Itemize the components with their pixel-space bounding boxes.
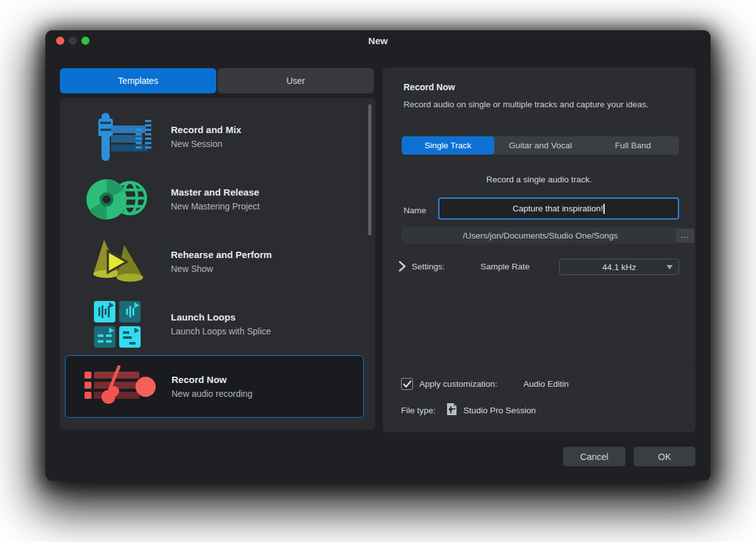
- variant-hint: Record a single audio track.: [383, 175, 695, 184]
- settings-label: Settings:: [412, 262, 445, 271]
- window-title: New: [45, 35, 711, 46]
- sample-rate-dropdown[interactable]: 44.1 kHz: [559, 259, 679, 275]
- item-subtitle: New Show: [171, 264, 364, 274]
- save-path-value: /Users/jon/Documents/Studio One/Songs: [463, 231, 618, 240]
- browse-button[interactable]: ...: [676, 228, 694, 243]
- item-subtitle: Launch Loops with Splice: [171, 326, 364, 336]
- item-subtitle: New Session: [171, 139, 364, 149]
- file-type-value: Studio Pro Session: [463, 406, 536, 415]
- item-subtitle: New Mastering Project: [171, 201, 364, 211]
- new-dialog-window: New Templates User: [45, 30, 711, 481]
- apply-customization-checkbox[interactable]: [401, 378, 413, 390]
- titlebar: New: [45, 30, 711, 52]
- name-value: Capture that inspiration!: [513, 204, 603, 213]
- rehearse-and-perform-icon: [65, 237, 171, 286]
- list-item-record-now[interactable]: Record Now New audio recording: [65, 355, 364, 418]
- list-item-master-and-release[interactable]: Master and Release New Mastering Project: [65, 168, 364, 230]
- item-title: Launch Loops: [171, 312, 364, 322]
- apply-customization-label: Apply customization:: [419, 379, 497, 389]
- variant-tab-bar: Single Track Guitar and Vocal Full Band: [402, 136, 679, 155]
- sample-rate-label: Sample Rate: [480, 262, 530, 271]
- record-now-icon: [66, 364, 172, 409]
- file-type-label: File type:: [401, 406, 436, 415]
- dropdown-arrow-icon: [666, 265, 673, 269]
- tab-user[interactable]: User: [218, 68, 374, 93]
- text-caret: [603, 204, 605, 214]
- cancel-button[interactable]: Cancel: [563, 447, 625, 466]
- apply-customization-value: Audio Editin: [523, 379, 573, 389]
- template-list: Record and Mix New Session: [60, 98, 375, 430]
- scrollbar-thumb[interactable]: [368, 104, 371, 235]
- save-path-field[interactable]: /Users/jon/Documents/Studio One/Songs: [402, 227, 679, 244]
- chevron-right-icon[interactable]: [398, 261, 408, 272]
- tab-templates[interactable]: Templates: [60, 68, 216, 93]
- item-title: Rehearse and Perform: [171, 249, 364, 260]
- document-icon: [446, 403, 457, 418]
- ok-button[interactable]: OK: [634, 447, 695, 466]
- item-title: Master and Release: [171, 187, 364, 197]
- item-title: Record and Mix: [171, 124, 364, 135]
- settings-row: Settings: Sample Rate 44.1 kHz: [383, 259, 695, 275]
- name-input[interactable]: Capture that inspiration!: [438, 197, 679, 220]
- item-title: Record Now: [172, 374, 363, 385]
- variant-tab-full-band[interactable]: Full Band: [586, 136, 679, 155]
- variant-tab-guitar-and-vocal[interactable]: Guitar and Vocal: [494, 136, 587, 155]
- record-and-mix-icon: [65, 111, 171, 163]
- list-item-rehearse-and-perform[interactable]: Rehearse and Perform New Show: [65, 230, 364, 293]
- list-item-record-and-mix[interactable]: Record and Mix New Session: [65, 105, 364, 168]
- name-label: Name: [404, 206, 426, 215]
- item-subtitle: New audio recording: [172, 389, 363, 399]
- detail-title: Record Now: [404, 82, 455, 92]
- panel-divider: [383, 362, 695, 362]
- detail-panel: Record Now Record audio on single or mul…: [383, 68, 695, 432]
- detail-description: Record audio on single or multiple track…: [404, 100, 681, 110]
- variant-tab-single-track[interactable]: Single Track: [402, 136, 494, 155]
- screen: New Templates User: [0, 0, 756, 542]
- launch-loops-icon: [65, 300, 171, 349]
- sample-rate-value: 44.1 kHz: [602, 262, 636, 272]
- list-item-launch-loops[interactable]: Launch Loops Launch Loops with Splice: [65, 293, 364, 355]
- master-and-release-icon: [65, 174, 171, 225]
